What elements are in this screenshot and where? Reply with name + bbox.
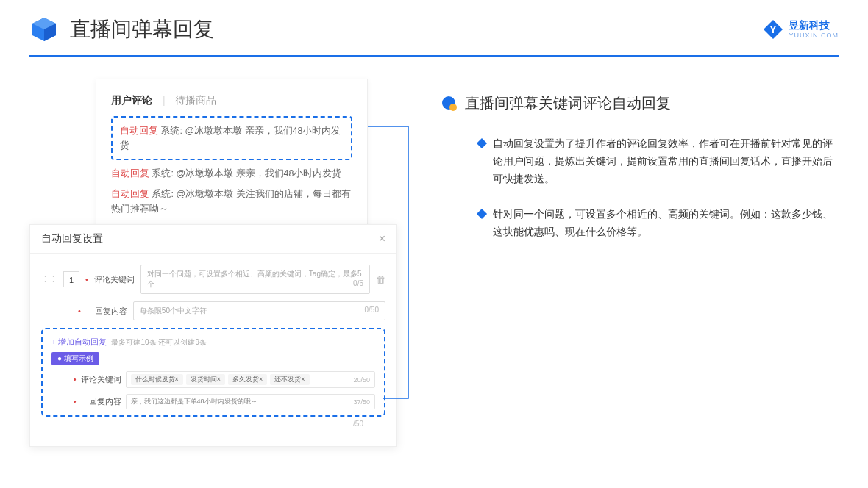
bullet-text: 针对同一个问题，可设置多个相近的、高频的关键词。例如：这款多少钱、这块能优惠吗、…: [493, 206, 839, 241]
trash-icon[interactable]: 🗑: [376, 274, 385, 285]
auto-reply-tag: 自动回复: [120, 126, 158, 136]
example-content-input[interactable]: 亲，我们这边都是下单48小时内发货的哦～ 37/50: [126, 394, 375, 409]
bullet-item: 针对同一个问题，可设置多个相近的、高频的关键词。例如：这款多少钱、这块能优惠吗、…: [441, 206, 839, 241]
order-number: 1: [63, 271, 79, 287]
comment-row: 自动回复 系统: @冰墩墩本墩 亲亲，我们48小时内发货: [111, 166, 352, 181]
example-badge: ● 填写示例: [51, 352, 99, 365]
bullet-text: 自动回复设置为了提升作者的评论回复效率，作者可在开播前针对常见的评论用户问题，提…: [493, 135, 839, 187]
tab-products[interactable]: 待播商品: [175, 94, 216, 106]
brand-logo: Y 昱新科技 YUUXIN.COM: [762, 18, 839, 40]
tab-divider: |: [163, 94, 166, 106]
comment-row: 自动回复 系统: @冰墩墩本墩 关注我们的店铺，每日都有热门推荐呦～: [111, 187, 352, 216]
bubble-icon: [441, 96, 458, 112]
comments-card: 用户评论 | 待播商品 自动回复 系统: @冰墩墩本墩 亲亲，我们48小时内发货…: [96, 79, 368, 232]
tag-chip[interactable]: 还不发货×: [270, 374, 309, 385]
brand-icon: Y: [762, 18, 784, 40]
drag-handle-icon[interactable]: ⋮⋮: [41, 275, 57, 284]
outer-count: /50: [41, 420, 385, 428]
content-label: 回复内容: [87, 306, 127, 317]
close-icon[interactable]: ×: [379, 232, 385, 245]
brand-name: 昱新科技: [789, 20, 839, 31]
highlighted-comment: 自动回复 系统: @冰墩墩本墩 亲亲，我们48小时内发货: [111, 116, 352, 160]
diamond-icon: [477, 209, 487, 219]
tag-chip[interactable]: 多久发货×: [228, 374, 267, 385]
add-reply-link[interactable]: + 增加自动回复: [51, 337, 107, 346]
svg-text:Y: Y: [770, 24, 778, 35]
bullet-item: 自动回复设置为了提升作者的评论回复效率，作者可在开播前针对常见的评论用户问题，提…: [441, 135, 839, 187]
example-content-label: 回复内容: [81, 396, 121, 407]
svg-point-6: [449, 104, 457, 111]
required-dot: •: [78, 306, 81, 315]
keyword-input[interactable]: 对同一个问题，可设置多个相近、高频的关键词，Tag确定，最多5个0/5: [140, 265, 370, 294]
tab-comments[interactable]: 用户评论: [111, 94, 152, 106]
settings-card: 自动回复设置 × ⋮⋮ 1 • 评论关键词 对同一个问题，可设置多个相近、高频的…: [29, 224, 397, 447]
section-title: 直播间弹幕关键词评论自动回复: [465, 93, 671, 113]
example-kw-input[interactable]: 什么时候发货× 发货时间× 多久发货× 还不发货× 20/50: [126, 371, 375, 388]
content-input[interactable]: 每条限50个中文字符0/50: [133, 301, 385, 320]
settings-title: 自动回复设置: [41, 232, 103, 245]
add-note: 最多可建10条 还可以创建9条: [111, 338, 206, 346]
example-box: + 增加自动回复最多可建10条 还可以创建9条 ● 填写示例 • 评论关键词 什…: [41, 328, 385, 417]
cube-icon: [29, 15, 59, 44]
page-title: 直播间弹幕回复: [70, 15, 214, 43]
keyword-label: 评论关键词: [94, 274, 135, 285]
example-kw-label: 评论关键词: [81, 374, 121, 385]
tag-chip[interactable]: 什么时候发货×: [131, 374, 183, 385]
tag-chip[interactable]: 发货时间×: [186, 374, 225, 385]
diamond-icon: [477, 138, 487, 148]
required-dot: •: [85, 275, 88, 284]
brand-sub: YUUXIN.COM: [789, 32, 839, 39]
